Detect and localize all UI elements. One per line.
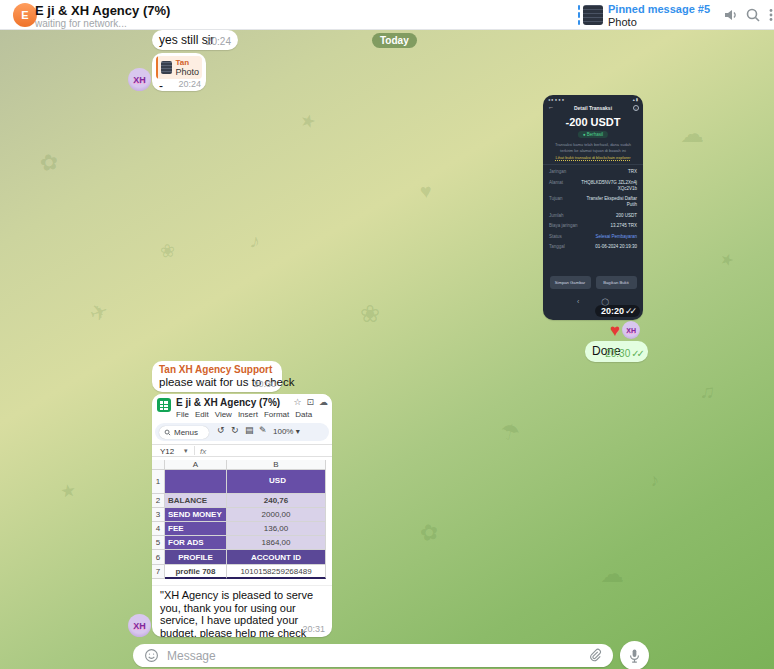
- telegram-window: ✿★♥☁♪✈❀☂★♫✿☁♥★❀♪ E E ji & XH Agency (7%)…: [0, 0, 774, 669]
- pinned-thumbnail[interactable]: [583, 5, 603, 25]
- message-time: 20:31: [302, 624, 325, 634]
- chat-status: waiting for network...: [35, 18, 127, 29]
- background-doodle: ❀: [360, 300, 380, 328]
- more-menu-icon[interactable]: [762, 6, 774, 24]
- field-value: Selesai Pembayaran: [595, 234, 637, 240]
- background-doodle: ★: [59, 479, 78, 503]
- photo-message-transaction[interactable]: ◂ ● ● ● ● ▴ ▮ ← Detail Transaksi i -200 …: [543, 95, 643, 320]
- cloud-status-icon: ☁: [319, 397, 328, 407]
- voice-record-button[interactable]: [620, 641, 649, 669]
- mute-icon[interactable]: [722, 6, 740, 24]
- spreadsheet-screenshot: E ji & XH Agency (7%) ☆ ⊡ ☁ File Edit Vi…: [152, 394, 332, 586]
- cell-a3: SEND MONEY: [165, 508, 227, 522]
- reply-quote[interactable]: Tan Photo: [156, 56, 202, 79]
- cell-b5: 1864,00: [227, 536, 326, 550]
- search-icon[interactable]: [744, 6, 762, 24]
- date-badge[interactable]: Today: [372, 33, 417, 48]
- reaction-avatar[interactable]: XH: [622, 321, 640, 339]
- background-doodle: ♫: [698, 379, 716, 404]
- background-doodle: ☂: [498, 418, 523, 448]
- photo-message-spreadsheet[interactable]: E ji & XH Agency (7%) ☆ ⊡ ☁ File Edit Vi…: [152, 394, 332, 637]
- chat-header: E E ji & XH Agency (7%) waiting for netw…: [0, 0, 774, 30]
- divider: [543, 164, 643, 165]
- col-header-a: A: [165, 460, 227, 470]
- fx-icon: fx: [200, 447, 206, 456]
- move-folder-icon: ⊡: [306, 397, 314, 407]
- phone-buttons: Simpan Gambar Bagikan Bukti: [543, 276, 643, 289]
- row-header: 2: [152, 494, 165, 508]
- transaction-description: Transaksi kamu telah berhasil, dana suda…: [549, 142, 637, 153]
- background-doodle: ☁: [680, 120, 704, 148]
- field-label: Jumlah: [549, 213, 564, 218]
- menu-file: File: [176, 410, 189, 419]
- background-doodle: ☁: [600, 560, 624, 588]
- chat-title[interactable]: E ji & XH Agency (7%): [35, 3, 170, 18]
- cell-a6: PROFILE: [165, 550, 227, 565]
- message-bubble-outgoing[interactable]: Done 20:30✓✓: [585, 341, 648, 362]
- read-checks-icon: ✓✓: [631, 348, 642, 359]
- background-doodle: ✈: [86, 298, 112, 329]
- message-time: 20:20: [601, 306, 624, 316]
- row-header: 3: [152, 508, 165, 522]
- message-composer[interactable]: [133, 644, 613, 667]
- corner-cell: [152, 460, 165, 470]
- phone-button-save: Simpan Gambar: [550, 276, 591, 289]
- message-bubble-reply[interactable]: Tan Photo - 20:24: [152, 53, 206, 91]
- field-label: Tujuan: [549, 196, 563, 201]
- cell-b6: ACCOUNT ID: [227, 550, 326, 565]
- message-bubble-incoming[interactable]: Tan XH Agency Support please wait for us…: [152, 361, 282, 392]
- transaction-status-badge: ● Berhasil: [578, 131, 608, 138]
- message-bubble-incoming[interactable]: yes still sir 20:24: [152, 30, 238, 50]
- pinned-indicator-bar: [578, 5, 580, 25]
- sender-name[interactable]: Tan XH Agency Support: [159, 363, 275, 376]
- cell-b4: 136,00: [227, 522, 326, 536]
- sender-avatar[interactable]: XH: [128, 614, 151, 637]
- cell-b7: 1010158259268489: [227, 565, 326, 579]
- emoji-icon[interactable]: [143, 648, 159, 664]
- microphone-icon: [627, 648, 642, 663]
- cell-a7: profile 708: [165, 565, 227, 579]
- field-value: 13.2745 TRX: [611, 223, 637, 229]
- status-icons-left: ◂ ● ● ● ●: [548, 96, 564, 103]
- field-value: 01-06-2024 20:19:30: [595, 244, 637, 250]
- background-doodle: ♪: [648, 469, 661, 491]
- background-doodle: ♥: [419, 180, 433, 204]
- sheets-header-icons: ☆ ⊡ ☁: [293, 397, 328, 407]
- row-header: 4: [152, 522, 165, 536]
- sheets-logo-icon: [157, 398, 171, 412]
- sheets-formula-bar: Y12 ▾ fx: [152, 444, 332, 457]
- menu-insert: Insert: [238, 410, 258, 419]
- row-header: 5: [152, 536, 165, 550]
- cell-a2: BALANCE: [165, 494, 227, 508]
- explorer-link: Lihat bukti transaksi di blockchain expl…: [549, 155, 637, 160]
- sender-avatar[interactable]: XH: [128, 68, 151, 91]
- redo-icon: ↻: [231, 425, 239, 435]
- cell-b2: 240,76: [227, 494, 326, 508]
- field-label: Jaringan: [549, 169, 566, 174]
- pinned-message-label[interactable]: Pinned message #5: [608, 3, 710, 15]
- field-value: TRX: [628, 169, 637, 175]
- cell-b1: USD: [227, 470, 326, 494]
- phone-status-bar: ◂ ● ● ● ● ▴ ▮: [543, 96, 643, 103]
- field-label: Tanggal: [549, 244, 565, 249]
- background-doodle: ♪: [248, 229, 262, 253]
- menu-view: View: [215, 410, 232, 419]
- read-checks-icon: ✓✓: [625, 306, 634, 316]
- search-icon: [164, 429, 171, 436]
- heart-reaction-icon[interactable]: ♥: [610, 322, 620, 339]
- chevron-down-icon: ▾: [184, 447, 188, 455]
- paint-format-icon: ✎: [259, 425, 267, 435]
- row-header: 1: [152, 470, 165, 494]
- col-header-b: B: [227, 460, 326, 470]
- message-input[interactable]: [167, 649, 579, 663]
- field-label: Status: [549, 234, 562, 239]
- cell-a1: [165, 470, 227, 494]
- attach-icon[interactable]: [587, 648, 603, 664]
- android-back-icon: ‹: [577, 298, 579, 306]
- message-reaction[interactable]: ♥ XH: [610, 321, 640, 339]
- pinned-message-type[interactable]: Photo: [608, 16, 637, 28]
- field-value: THQ8LKD5NV7G JZL2Xn4j XQc2V1b: [581, 180, 637, 192]
- chat-avatar[interactable]: E: [13, 3, 37, 27]
- background-doodle: ✿: [417, 518, 440, 547]
- field-value: 200 USDT: [616, 213, 637, 219]
